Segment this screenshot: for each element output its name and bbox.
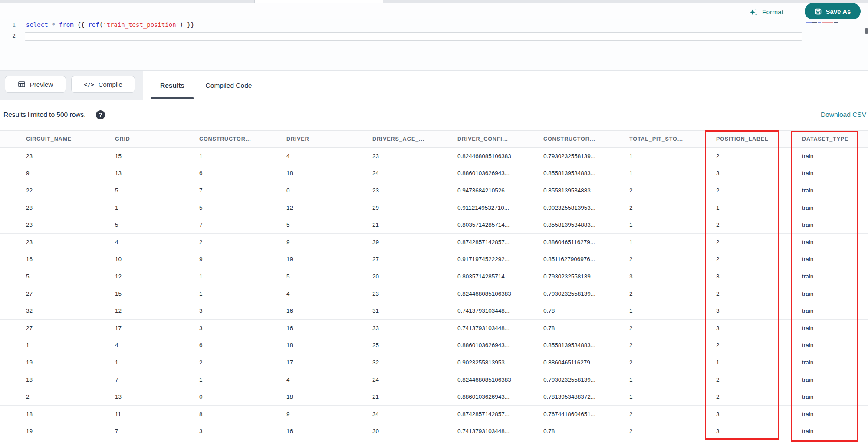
table-cell: train [802,325,868,331]
table-cell: 3 [199,325,286,331]
table-cell: 2 [716,342,802,348]
format-button[interactable]: Format [749,5,783,19]
table-row: 281512290.9112149532710...0.902325581395… [0,199,868,217]
table-cell: 19 [26,428,115,434]
preview-button[interactable]: Preview [5,76,66,93]
table-cell: 0.78 [543,428,629,434]
table-cell: 0.7930232558139... [543,377,629,383]
table-cell: 0.78 [543,325,629,331]
table-cell: 1 [115,359,199,366]
table-cell: 4 [286,377,372,383]
sql-editor[interactable]: 1 2 select * from {{ ref('train_test_pos… [0,19,868,71]
table-cell: 21 [372,393,457,400]
code-line-1[interactable]: select * from {{ ref('train_test_positio… [26,21,194,28]
save-as-button[interactable]: Save As [805,3,861,20]
results-table: CIRCUIT_NAMEGRIDCONSTRUCTOR...DRIVERDRIV… [0,130,868,440]
tab-results-label: Results [160,82,184,89]
table-cell: 0.8511627906976... [543,256,629,262]
table-cell: 23 [372,291,457,297]
column-header: CONSTRUCTOR... [543,136,629,142]
table-cell: 0.8860103626943... [457,170,543,176]
table-cell: 4 [115,342,199,348]
editor-minimap[interactable] [806,21,866,27]
editor-cursor-line[interactable] [25,32,802,41]
code-token: from [59,21,74,28]
table-cell: 9 [286,411,372,417]
table-row: 2717316330.7413793103448...0.7823train [0,320,868,337]
table-row: 181189340.8742857142857...0.767441860465… [0,406,868,423]
table-cell: 6 [199,342,286,348]
table-cell: train [802,170,868,176]
table-cell: 17 [286,359,372,366]
table-cell: 5 [199,205,286,211]
editor-toolbar: Preview </> Compile [0,71,143,100]
table-cell: 12 [115,307,199,314]
code-token [184,21,187,28]
table-cell: 23 [372,187,457,194]
table-cell: 13 [115,170,199,176]
table-cell: 4 [115,239,199,245]
minimap-code-segment [806,22,812,23]
table-cell: 21 [372,222,457,228]
code-token: select [26,21,48,28]
column-header: CIRCUIT_NAME [26,136,115,142]
column-header: TOTAL_PIT_STO... [629,136,716,142]
table-cell: 39 [372,239,457,245]
table-cell: 19 [286,256,372,262]
column-header: GRID [115,136,199,142]
table-cell: 25 [372,342,457,348]
table-cell: 2 [629,359,716,366]
table-cell: 27 [26,325,115,331]
table-cell: 0.7813953488372... [543,393,629,400]
editor-gutter: 1 2 [0,19,21,70]
table-cell: 1 [199,291,286,297]
table-cell: 13 [115,393,199,400]
table-cell: 2 [716,393,802,400]
table-cell: 24 [372,170,457,176]
table-cell: 1 [629,377,716,383]
table-row: 23575210.8035714285714...0.8558139534883… [0,216,868,234]
column-header: DRIVER_CONFI... [457,136,543,142]
column-header: POSITION_LABEL [716,136,802,142]
table-cell: 3 [716,411,802,417]
table-cell: 15 [115,153,199,159]
table-cell: train [802,291,868,297]
table-cell: 2 [716,239,802,245]
table-cell: 0.8860465116279... [543,359,629,366]
help-icon[interactable]: ? [96,110,105,119]
table-cell: 16 [26,256,115,262]
table-cell: 1 [629,239,716,245]
table-cell: 16 [286,428,372,434]
code-token [48,21,52,28]
table-cell: 1 [199,273,286,280]
compile-button[interactable]: </> Compile [71,76,135,93]
table-cell: train [802,359,868,366]
tab-compiled-code[interactable]: Compiled Code [196,71,261,100]
tab-results[interactable]: Results [151,71,194,100]
table-cell: 5 [286,273,372,280]
table-cell: 18 [286,170,372,176]
editor-scrollbar[interactable] [865,28,868,34]
table-cell: 2 [629,256,716,262]
table-cell: 3 [199,307,286,314]
table-cell: 3 [716,307,802,314]
table-row: 22570230.9473684210526...0.8558139534883… [0,182,868,199]
table-cell: 11 [115,411,199,417]
table-cell: 4 [286,153,372,159]
minimap-code-segment [812,22,817,23]
table-cell: 23 [372,153,457,159]
table-cell: 0.8558139534883... [543,187,629,194]
table-cell: 2 [716,291,802,297]
download-csv-link[interactable]: Download CSV [821,106,866,123]
sparkles-icon [749,8,758,17]
line-number: 1 [3,22,16,28]
table-cell: 23 [26,153,115,159]
table-cell: 0.8742857142857... [457,239,543,245]
table-cell: 16 [286,325,372,331]
table-row: 231514230.8244680851063830.7930232558139… [0,148,868,165]
table-cell: 1 [26,342,115,348]
table-cell: 1 [199,153,286,159]
minimap-code-segment [834,22,838,23]
table-cell: 23 [26,222,115,228]
active-file-tab[interactable] [254,0,383,3]
